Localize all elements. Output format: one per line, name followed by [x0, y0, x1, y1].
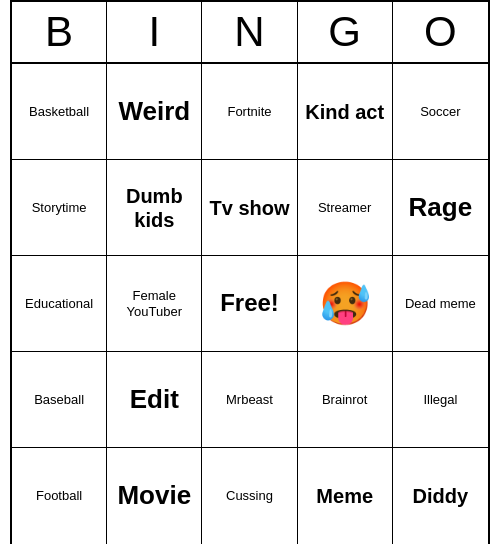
bingo-cell: Dead meme — [393, 256, 488, 352]
cell-text: Soccer — [420, 104, 460, 120]
bingo-header: BINGO — [12, 2, 488, 64]
header-letter: G — [298, 2, 393, 62]
bingo-cell: Educational — [12, 256, 107, 352]
cell-text: Diddy — [413, 484, 469, 508]
cell-text: Mrbeast — [226, 392, 273, 408]
bingo-cell: 🥵 — [298, 256, 393, 352]
cell-text: Dumb kids — [113, 184, 195, 232]
bingo-cell: Illegal — [393, 352, 488, 448]
bingo-cell: Mrbeast — [202, 352, 297, 448]
cell-text: Football — [36, 488, 82, 504]
bingo-cell: Storytime — [12, 160, 107, 256]
cell-emoji: 🥵 — [319, 279, 371, 328]
bingo-grid: BasketballWeirdFortniteKind actSoccerSto… — [12, 64, 488, 544]
bingo-cell: Kind act — [298, 64, 393, 160]
cell-text: Cussing — [226, 488, 273, 504]
bingo-cell: Meme — [298, 448, 393, 544]
bingo-cell: Movie — [107, 448, 202, 544]
bingo-card: BINGO BasketballWeirdFortniteKind actSoc… — [10, 0, 490, 544]
bingo-cell: Streamer — [298, 160, 393, 256]
cell-text: Baseball — [34, 392, 84, 408]
bingo-cell: Female YouTuber — [107, 256, 202, 352]
bingo-cell: Basketball — [12, 64, 107, 160]
bingo-cell: Rage — [393, 160, 488, 256]
cell-text: Storytime — [32, 200, 87, 216]
bingo-cell: Brainrot — [298, 352, 393, 448]
cell-text: Rage — [409, 192, 473, 223]
header-letter: B — [12, 2, 107, 62]
bingo-cell: Weird — [107, 64, 202, 160]
bingo-cell: Fortnite — [202, 64, 297, 160]
cell-text: Free! — [220, 289, 279, 318]
cell-text: Kind act — [305, 100, 384, 124]
bingo-cell: Edit — [107, 352, 202, 448]
cell-text: Tv show — [209, 196, 289, 220]
cell-text: Edit — [130, 384, 179, 415]
cell-text: Basketball — [29, 104, 89, 120]
bingo-cell: Dumb kids — [107, 160, 202, 256]
bingo-cell: Football — [12, 448, 107, 544]
header-letter: N — [202, 2, 297, 62]
cell-text: Educational — [25, 296, 93, 312]
cell-text: Illegal — [423, 392, 457, 408]
bingo-cell: Baseball — [12, 352, 107, 448]
header-letter: I — [107, 2, 202, 62]
cell-text: Dead meme — [405, 296, 476, 312]
header-letter: O — [393, 2, 488, 62]
cell-text: Movie — [117, 480, 191, 511]
bingo-cell: Soccer — [393, 64, 488, 160]
cell-text: Fortnite — [227, 104, 271, 120]
cell-text: Meme — [316, 484, 373, 508]
cell-text: Streamer — [318, 200, 371, 216]
cell-text: Brainrot — [322, 392, 368, 408]
bingo-cell: Tv show — [202, 160, 297, 256]
bingo-cell: Free! — [202, 256, 297, 352]
bingo-cell: Diddy — [393, 448, 488, 544]
cell-text: Weird — [118, 96, 190, 127]
bingo-cell: Cussing — [202, 448, 297, 544]
cell-text: Female YouTuber — [113, 288, 195, 319]
